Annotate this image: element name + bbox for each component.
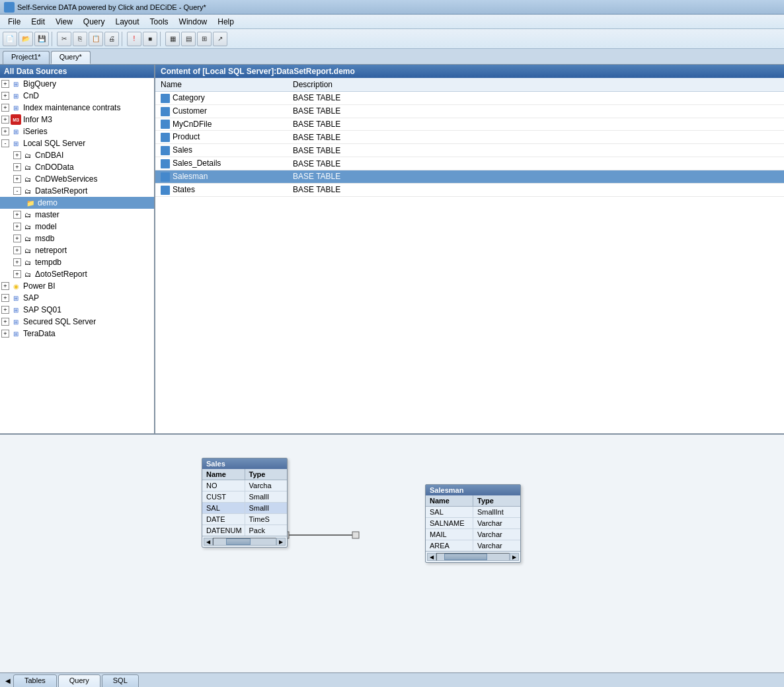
sales-row-3[interactable]: DATE TimeS (202, 514, 287, 525)
expand-cndweb[interactable]: + (13, 175, 21, 183)
expand-cnd[interactable]: + (1, 92, 9, 100)
tree-cndbai[interactable]: + 🗂 CnDBAI (0, 149, 154, 161)
expand-tempdb[interactable]: + (13, 258, 21, 266)
sales-row-2[interactable]: SAL SmallI (202, 503, 287, 514)
tree-index[interactable]: + ⊞ Index maintenance contrats (0, 102, 154, 114)
salesman-scroll-thumb[interactable] (444, 554, 487, 560)
content-area[interactable]: Name Description CategoryBASE TABLECusto… (155, 78, 784, 433)
content-row-2[interactable]: MyCnDFileBASE TABLE (155, 118, 784, 131)
content-row-1[interactable]: CustomerBASE TABLE (155, 104, 784, 118)
tree-bigquery[interactable]: + ⊞ BigQuery (0, 78, 154, 90)
expand-model[interactable]: + (13, 223, 21, 231)
salesman-row-3[interactable]: AREA Varchar (426, 540, 520, 551)
expand-powerbi[interactable]: + (1, 282, 9, 290)
tree-iseries[interactable]: + ⊞ iSeries (0, 126, 154, 137)
paste-button[interactable]: 📋 (89, 32, 103, 46)
content-row-7[interactable]: StatesBASE TABLE (155, 183, 784, 196)
salesman-scroll-right[interactable]: ▶ (510, 553, 519, 561)
tree-master[interactable]: + 🗂 master (0, 209, 154, 221)
content-row-4[interactable]: SalesBASE TABLE (155, 144, 784, 157)
sales-scrollbar[interactable]: ◀ ▶ (202, 536, 287, 547)
expand-autoset[interactable]: + (13, 270, 21, 278)
expand-datasetreport[interactable]: - (13, 187, 21, 195)
tab-project[interactable]: Project1* (3, 51, 50, 64)
sales-table-widget[interactable]: Sales Name Type NO Varcha CUST SmallI SA… (202, 458, 288, 548)
expand-bigquery[interactable]: + (1, 80, 9, 88)
expand-sapsq01[interactable]: + (1, 306, 9, 314)
tree-securedsql[interactable]: + ⊞ Secured SQL Server (0, 316, 154, 328)
tree-cndwebservices[interactable]: + 🗂 CnDWebServices (0, 173, 154, 185)
menu-query[interactable]: Query (78, 16, 110, 28)
menu-edit[interactable]: Edit (26, 16, 50, 28)
sales-row-1[interactable]: CUST SmallI (202, 491, 287, 503)
content-row-5[interactable]: Sales_DetailsBASE TABLE (155, 157, 784, 170)
tree-netreport[interactable]: + 🗂 netreport (0, 244, 154, 256)
tree-infom3[interactable]: + M3 Infor M3 (0, 114, 154, 126)
tree-tempdb[interactable]: + 🗂 tempdb (0, 256, 154, 268)
menu-tools[interactable]: Tools (145, 16, 174, 28)
menu-layout[interactable]: Layout (110, 16, 145, 28)
table-view-button[interactable]: ▦ (165, 32, 180, 46)
salesman-row-1[interactable]: SALNAME Varchar (426, 518, 520, 529)
tree-datasetreport[interactable]: - 🗂 DataSetReport (0, 185, 154, 197)
col-desc[interactable]: Description (288, 78, 784, 92)
open-button[interactable]: 📂 (19, 32, 33, 46)
sales-scroll-left[interactable]: ◀ (204, 538, 213, 546)
print-button[interactable]: 🖨 (104, 32, 119, 46)
pivot-button[interactable]: ⊞ (197, 32, 212, 46)
sales-scroll-thumb[interactable] (226, 538, 251, 545)
expand-securedsql[interactable]: + (1, 318, 9, 326)
salesman-scrollbar[interactable]: ◀ ▶ (426, 551, 520, 562)
sales-scroll-right[interactable]: ▶ (276, 538, 286, 546)
save-button[interactable]: 💾 (34, 32, 49, 46)
expand-iseries[interactable]: + (1, 127, 9, 135)
stop-button[interactable]: ■ (143, 32, 157, 46)
tree-msdb[interactable]: + 🗂 msdb (0, 233, 154, 244)
sales-scroll-track[interactable] (213, 538, 276, 546)
tree-sap[interactable]: + ⊞ SAP (0, 292, 154, 304)
query-canvas[interactable]: Sales Name Type NO Varcha CUST SmallI SA… (0, 435, 784, 672)
chart-view-button[interactable]: ▤ (181, 32, 196, 46)
tree-model[interactable]: + 🗂 model (0, 221, 154, 233)
salesman-scroll-track[interactable] (436, 553, 510, 561)
tree-sapsq01[interactable]: + ⊞ SAP SQ01 (0, 304, 154, 316)
expand-cndodata[interactable]: + (13, 163, 21, 171)
salesman-table-widget[interactable]: Salesman Name Type SAL SmallInt SALNAME … (425, 484, 521, 563)
bottom-tab-tables[interactable]: Tables (13, 674, 57, 688)
copy-button[interactable]: ⎘ (73, 32, 87, 46)
tree-demo[interactable]: 📁 demo (0, 197, 154, 209)
salesman-row-2[interactable]: MAIL Varchar (426, 529, 520, 540)
bottom-tab-sql[interactable]: SQL (102, 674, 139, 688)
menu-file[interactable]: File (3, 16, 26, 28)
expand-infom3[interactable]: + (1, 116, 9, 124)
bottom-tab-query[interactable]: Query (58, 674, 100, 688)
menu-help[interactable]: Help (212, 16, 239, 28)
tree-autoset[interactable]: + 🗂 ΔotoSetReport (0, 268, 154, 280)
expand-netreport[interactable]: + (13, 246, 21, 254)
export-button[interactable]: ↗ (213, 32, 227, 46)
tree-area[interactable]: + ⊞ BigQuery + ⊞ CnD + ⊞ Index maintenan… (0, 78, 154, 433)
expand-sap[interactable]: + (1, 294, 9, 302)
expand-index[interactable]: + (1, 104, 9, 112)
tree-cndodata[interactable]: + 🗂 CnDOData (0, 161, 154, 173)
cut-button[interactable]: ✂ (57, 32, 71, 46)
menu-window[interactable]: Window (174, 16, 213, 28)
run-button[interactable]: ! (127, 32, 141, 46)
tree-teradata[interactable]: + ⊞ TeraData (0, 328, 154, 340)
menu-view[interactable]: View (50, 16, 78, 28)
col-name[interactable]: Name (155, 78, 288, 92)
content-row-3[interactable]: ProductBASE TABLE (155, 131, 784, 144)
salesman-scroll-left[interactable]: ◀ (427, 553, 436, 561)
tree-localsql[interactable]: - ⊞ Local SQL Server (0, 137, 154, 149)
content-row-6[interactable]: SalesmanBASE TABLE (155, 170, 784, 183)
expand-teradata[interactable]: + (1, 330, 9, 338)
tab-query[interactable]: Query* (51, 51, 91, 64)
expand-cndbai[interactable]: + (13, 151, 21, 159)
content-row-0[interactable]: CategoryBASE TABLE (155, 92, 784, 105)
tree-cnd[interactable]: + ⊞ CnD (0, 90, 154, 102)
sales-row-0[interactable]: NO Varcha (202, 480, 287, 491)
expand-msdb[interactable]: + (13, 235, 21, 242)
sales-row-4[interactable]: DATENUM Pack (202, 525, 287, 536)
tree-powerbi[interactable]: + ◉ Power BI (0, 280, 154, 292)
expand-localsql[interactable]: - (1, 139, 9, 147)
